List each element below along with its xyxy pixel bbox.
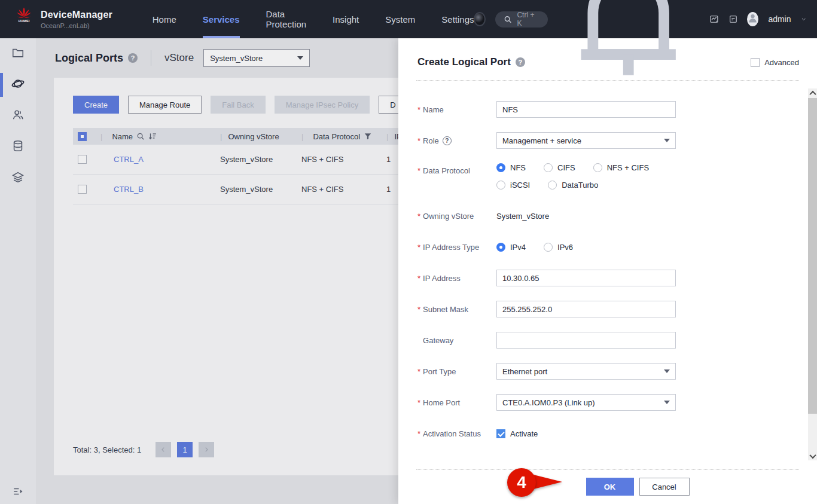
scrollbar-thumb[interactable] xyxy=(808,98,817,414)
radio-iscsi[interactable]: iSCSI xyxy=(496,181,530,190)
main-menu: Home Services Data Protection Insight Sy… xyxy=(153,0,474,38)
role-select[interactable]: Management + service xyxy=(496,132,676,149)
home-port-select[interactable]: CTE0.A.IOM0.P3 (Link up) xyxy=(496,394,676,411)
radio-dot-icon xyxy=(544,243,553,252)
activate-checkbox-wrap[interactable]: Activate xyxy=(496,429,538,438)
top-navbar: HUAWEI DeviceManager OceanP...enLab) Hom… xyxy=(0,0,817,38)
create-logical-port-dialog: Create Logical Port Advanced *Name *Role… xyxy=(398,38,817,504)
dialog-form: *Name *Role Management + service *Data P… xyxy=(398,81,817,442)
radio-ipv6[interactable]: IPv6 xyxy=(544,243,573,252)
port-type-select[interactable]: Ethernet port xyxy=(496,363,676,380)
gateway-input[interactable] xyxy=(496,332,676,349)
radio-nfs[interactable]: NFS xyxy=(496,163,526,172)
capacity-ball-icon[interactable] xyxy=(474,12,486,26)
cancel-button[interactable]: Cancel xyxy=(639,478,690,496)
select-caret-icon xyxy=(664,401,670,404)
gateway-label: Gateway xyxy=(423,336,453,345)
radio-dataturbo[interactable]: DataTurbo xyxy=(548,181,598,190)
name-input[interactable] xyxy=(496,101,676,118)
radio-dot-icon xyxy=(548,181,557,190)
radio-ipv4[interactable]: IPv4 xyxy=(496,243,526,252)
radio-cifs[interactable]: CIFS xyxy=(544,163,575,172)
ip-address-type-label: IP Address Type xyxy=(423,243,479,252)
notifications-button[interactable]: 2 xyxy=(557,0,699,90)
dialog-footer: OK Cancel xyxy=(398,469,817,504)
bell-icon xyxy=(557,0,699,90)
nav-services[interactable]: Services xyxy=(203,0,240,38)
nav-home[interactable]: Home xyxy=(153,0,176,38)
radio-dot-icon xyxy=(544,163,553,172)
select-caret-icon xyxy=(664,139,670,142)
divider xyxy=(416,469,799,470)
ip-address-label: IP Address xyxy=(423,274,461,283)
ok-button[interactable]: OK xyxy=(586,478,634,496)
performance-alert-icon[interactable] xyxy=(709,13,719,25)
nav-insight[interactable]: Insight xyxy=(333,0,359,38)
nav-settings[interactable]: Settings xyxy=(441,0,474,38)
search-icon xyxy=(504,15,512,24)
screen: HUAWEI DeviceManager OceanP...enLab) Hom… xyxy=(0,0,817,504)
owning-vstore-value: System_vStore xyxy=(496,212,549,221)
device-name: OceanP...enLab) xyxy=(41,22,112,29)
role-label: Role xyxy=(423,136,439,145)
brand: HUAWEI DeviceManager OceanP...enLab) xyxy=(0,7,126,31)
username-label[interactable]: admin xyxy=(768,14,791,24)
search-shortcut: Ctrl + K xyxy=(517,11,539,28)
radio-nfs-cifs[interactable]: NFS + CIFS xyxy=(593,163,649,172)
role-help-icon[interactable] xyxy=(443,136,452,145)
owning-vstore-label: Owning vStore xyxy=(423,212,474,221)
svg-text:HUAWEI: HUAWEI xyxy=(19,20,29,23)
ip-type-radio-group: IPv4 IPv6 xyxy=(496,243,573,252)
subnet-mask-input[interactable] xyxy=(496,301,676,317)
activation-status-label: Activation Status xyxy=(423,429,481,438)
ip-address-input[interactable] xyxy=(496,270,676,286)
data-protocol-label: Data Protocol xyxy=(423,166,470,175)
port-type-label: Port Type xyxy=(423,367,456,376)
select-caret-icon xyxy=(664,369,670,373)
data-protocol-radio-group: NFS CIFS NFS + CIFS iSCSI DataTurbo xyxy=(496,163,694,190)
radio-dot-icon xyxy=(496,243,505,252)
radio-dot-icon xyxy=(496,163,505,172)
user-menu-chevron-icon[interactable] xyxy=(801,16,807,23)
activate-checkbox[interactable] xyxy=(496,429,505,438)
app-title: DeviceManager xyxy=(41,10,112,20)
name-label: Name xyxy=(423,105,444,114)
activate-label: Activate xyxy=(510,429,538,438)
dialog-scrollbar[interactable] xyxy=(808,88,817,460)
huawei-logo-icon: HUAWEI xyxy=(13,7,35,31)
radio-dot-icon xyxy=(593,163,602,172)
nav-system[interactable]: System xyxy=(385,0,415,38)
global-search[interactable]: Ctrl + K xyxy=(495,11,548,28)
nav-data-protection[interactable]: Data Protection xyxy=(266,0,307,38)
scroll-down-button[interactable] xyxy=(808,451,817,460)
modal-overlay xyxy=(0,38,398,504)
user-avatar[interactable] xyxy=(747,12,758,26)
home-port-label: Home Port xyxy=(423,398,460,407)
task-list-icon[interactable] xyxy=(728,13,738,25)
subnet-mask-label: Subnet Mask xyxy=(423,305,468,314)
radio-dot-icon xyxy=(496,181,505,190)
